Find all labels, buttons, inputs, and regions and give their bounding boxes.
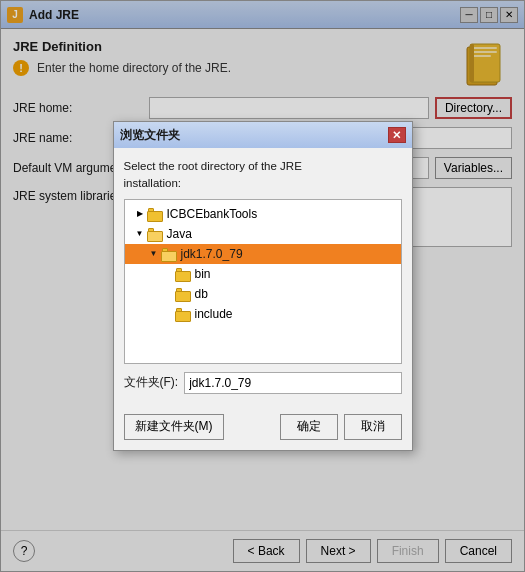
- dialog-title-bar: 浏览文件夹 ✕: [114, 122, 412, 148]
- dialog-close-button[interactable]: ✕: [388, 127, 406, 143]
- new-folder-button[interactable]: 新建文件夹(M): [124, 414, 224, 440]
- tree-arrow: ▼: [133, 227, 147, 241]
- dialog-content: Select the root directory of the JREinst…: [114, 148, 412, 407]
- dialog-overlay: 浏览文件夹 ✕ Select the root directory of the…: [0, 0, 525, 572]
- dialog-cancel-button[interactable]: 取消: [344, 414, 402, 440]
- tree-arrow: ▶: [133, 207, 147, 221]
- browse-folder-dialog: 浏览文件夹 ✕ Select the root directory of the…: [113, 121, 413, 450]
- tree-item-label: include: [195, 307, 233, 321]
- tree-item-label: ICBCEbankTools: [167, 207, 258, 221]
- tree-item-label: db: [195, 287, 208, 301]
- tree-arrow: [161, 307, 175, 321]
- tree-arrow: [161, 287, 175, 301]
- tree-item-label: Java: [167, 227, 192, 241]
- tree-item-label: jdk1.7.0_79: [181, 247, 243, 261]
- tree-arrow: ▼: [147, 247, 161, 261]
- dialog-ok-button[interactable]: 确定: [280, 414, 338, 440]
- folder-tree-scroll[interactable]: ▶ ICBCEbankTools ▼: [125, 200, 401, 363]
- dialog-instruction: Select the root directory of the JREinst…: [124, 158, 402, 190]
- tree-item[interactable]: db: [125, 284, 401, 304]
- folder-icon: [175, 286, 191, 302]
- folder-icon: [175, 266, 191, 282]
- tree-arrow: [161, 267, 175, 281]
- folder-open-icon: [161, 246, 177, 262]
- folder-field-input[interactable]: [184, 372, 401, 394]
- folder-icon: [175, 306, 191, 322]
- folder-open-icon: [147, 226, 163, 242]
- tree-item-selected[interactable]: ▼ jdk1.7.0_79: [125, 244, 401, 264]
- folder-tree-area: ▶ ICBCEbankTools ▼: [124, 199, 402, 364]
- tree-item[interactable]: bin: [125, 264, 401, 284]
- tree-item-label: bin: [195, 267, 211, 281]
- tree-item[interactable]: ▶ ICBCEbankTools: [125, 204, 401, 224]
- dialog-title: 浏览文件夹: [120, 127, 180, 144]
- tree-item[interactable]: include: [125, 304, 401, 324]
- tree-item[interactable]: ▼ Java: [125, 224, 401, 244]
- folder-field-label: 文件夹(F):: [124, 374, 179, 391]
- folder-field-row: 文件夹(F):: [124, 372, 402, 394]
- dialog-bottom: 新建文件夹(M) 确定 取消: [114, 408, 412, 450]
- folder-icon: [147, 206, 163, 222]
